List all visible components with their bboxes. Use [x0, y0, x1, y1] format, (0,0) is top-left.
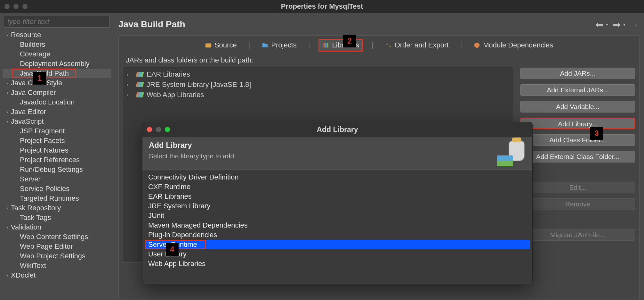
nav-item[interactable]: Server [3, 174, 111, 184]
tab-label: Projects [271, 41, 296, 49]
library-type-item[interactable]: JRE System Library [145, 201, 530, 211]
chevron-right-icon: › [127, 72, 133, 77]
nav-item-label: Java Editor [11, 108, 46, 116]
nav-item-label: WikiText [11, 262, 46, 270]
tab-label: Order and Export [395, 41, 449, 49]
library-type-item[interactable]: User Library [145, 249, 530, 259]
library-entry[interactable]: ›EAR Libraries [124, 69, 511, 79]
tab-libraries[interactable]: Libraries [318, 39, 363, 52]
dialog-title: Add Library [142, 125, 532, 134]
nav-item-label: Project Facets [11, 137, 65, 145]
module-dependencies-icon [473, 42, 480, 49]
nav-item[interactable]: Java Build Path [3, 69, 111, 78]
library-entry[interactable]: ›JRE System Library [JavaSE-1.8] [124, 79, 511, 90]
nav-item[interactable]: WikiText [3, 261, 111, 271]
svg-rect-1 [323, 43, 325, 48]
svg-point-4 [474, 43, 480, 48]
nav-item-label: Web Page Editor [11, 242, 73, 251]
add-jars-button[interactable]: Add JARs... [520, 68, 635, 79]
chevron-right-icon: › [4, 273, 11, 278]
tab-divider: | [460, 41, 462, 49]
forward-history-icon[interactable]: ▾ [623, 22, 625, 27]
forward-icon[interactable]: ➡ [613, 19, 621, 30]
library-icon [136, 92, 144, 97]
tab-divider: | [308, 41, 310, 49]
edit-button: Edit... [520, 182, 635, 193]
page-menu-icon[interactable]: ⋮ [632, 20, 640, 29]
dialog-subtext: Select the library type to add. [149, 152, 236, 160]
library-jar-icon [497, 141, 526, 166]
nav-item[interactable]: Web Page Editor [3, 242, 111, 251]
library-type-item[interactable]: Plug-in Dependencies [145, 230, 530, 240]
nav-item-label: Service Policies [11, 185, 69, 193]
filter-input[interactable] [4, 16, 109, 28]
chevron-right-icon: › [4, 225, 11, 230]
library-entry-label: EAR Libraries [147, 70, 190, 79]
order-and-export-icon [385, 42, 392, 49]
back-icon[interactable]: ⬅ [595, 19, 603, 30]
nav-item[interactable]: JSP Fragment [3, 126, 111, 136]
nav-item[interactable]: Project References [3, 155, 111, 165]
nav-item[interactable]: Web Content Settings [3, 232, 111, 242]
library-type-item[interactable]: CXF Runtime [145, 182, 530, 192]
nav-item[interactable]: ›Java Compiler [3, 88, 111, 97]
add-library-button[interactable]: Add Library... [520, 118, 635, 129]
nav-item[interactable]: Targeted Runtimes [3, 194, 111, 203]
nav-item[interactable]: Project Natures [3, 146, 111, 155]
nav-item[interactable]: Coverage [3, 49, 111, 59]
library-type-item[interactable]: JUnit [145, 211, 530, 221]
nav-item[interactable]: Run/Debug Settings [3, 165, 111, 174]
nav-item-label: Deployment Assembly [11, 60, 90, 68]
remove-button: Remove [520, 198, 635, 210]
annotation-badge: 4 [166, 243, 179, 256]
nav-item[interactable]: ›JavaScript [3, 117, 111, 126]
add-external-class-folder-button[interactable]: Add External Class Folder... [520, 151, 635, 162]
library-type-item[interactable]: Web App Libraries [145, 259, 530, 269]
nav-item[interactable]: ›Validation [3, 222, 111, 232]
chevron-right-icon: › [127, 82, 133, 87]
add-class-folder-button[interactable]: Add Class Folder... [520, 134, 635, 146]
nav-item[interactable]: Web Project Settings [3, 251, 111, 261]
back-history-icon[interactable]: ▾ [606, 22, 608, 27]
svg-rect-0 [205, 44, 211, 48]
nav-item[interactable]: ›Java Editor [3, 107, 111, 117]
minimize-icon[interactable] [13, 4, 19, 9]
library-entry[interactable]: ›Web App Libraries [124, 90, 511, 100]
nav-item[interactable]: Project Facets [3, 136, 111, 146]
tab-projects[interactable]: Projects [258, 39, 300, 52]
nav-item-label: Targeted Runtimes [11, 194, 79, 203]
page-title: Java Build Path [118, 19, 185, 29]
library-type-item[interactable]: Maven Managed Dependencies [145, 221, 530, 230]
library-type-item[interactable]: Server Runtime [145, 240, 530, 249]
zoom-icon[interactable] [22, 4, 28, 9]
nav-item-label: Web Project Settings [11, 252, 85, 260]
nav-item[interactable]: Builders [3, 40, 111, 49]
library-type-item[interactable]: Connectivity Driver Definition [145, 172, 530, 182]
nav-item[interactable]: Task Tags [3, 213, 111, 222]
library-type-list[interactable]: Connectivity Driver DefinitionCXF Runtim… [145, 172, 530, 281]
library-type-item[interactable]: EAR Libraries [145, 192, 530, 201]
window-title: Properties for MysqlTest [0, 2, 644, 11]
nav-item[interactable]: ›XDoclet [3, 271, 111, 280]
chevron-right-icon: › [4, 90, 11, 95]
nav-item[interactable]: Javadoc Location [3, 97, 111, 107]
nav-item[interactable]: Deployment Assembly [3, 59, 111, 69]
source-icon [205, 42, 212, 49]
add-library-dialog: Add Library Add Library Select the libra… [142, 122, 533, 284]
nav-item[interactable]: ›Task Repository [3, 203, 111, 213]
svg-rect-2 [325, 43, 326, 48]
tab-source[interactable]: Source [202, 39, 240, 52]
chevron-right-icon: › [4, 119, 11, 124]
close-icon[interactable] [4, 4, 10, 9]
nav-item-label: Task Repository [11, 204, 61, 212]
add-variable-button[interactable]: Add Variable... [520, 101, 635, 113]
tab-order-and-export[interactable]: Order and Export [382, 39, 452, 52]
nav-item[interactable]: Service Policies [3, 184, 111, 194]
annotation-badge: 1 [33, 72, 46, 85]
add-external-jars-button[interactable]: Add External JARs... [520, 84, 635, 96]
tab-module-dependencies[interactable]: Module Dependencies [470, 39, 556, 52]
migrate-jar-file-button: Migrate JAR File... [520, 229, 635, 241]
nav-item[interactable]: ›Resource [3, 30, 111, 40]
nav-item[interactable]: ›Java Code Style [3, 78, 111, 88]
library-entry-label: JRE System Library [JavaSE-1.8] [147, 80, 251, 89]
